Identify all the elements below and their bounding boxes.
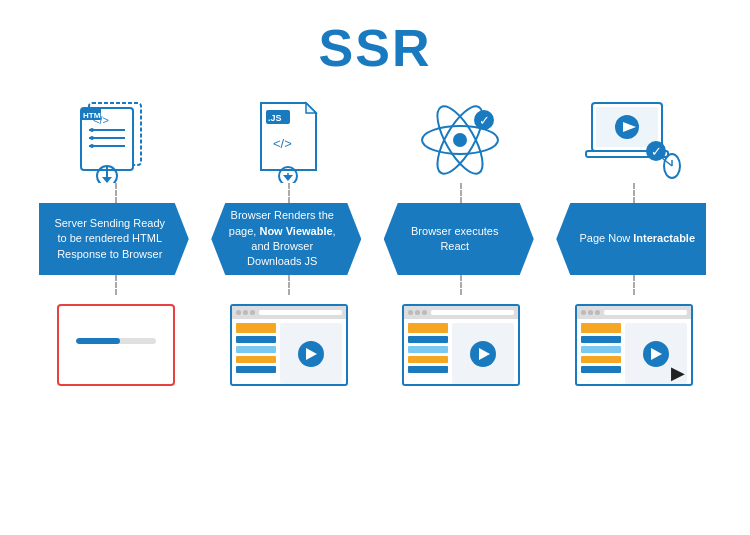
screen-browser4: ▶ (556, 304, 711, 386)
icon-react: ✓ (384, 98, 539, 183)
label2-text: Browser Renders the page, Now Viewable, … (223, 208, 341, 270)
icon-js-file: .JS </> (211, 98, 366, 183)
label-step3: Browser executes React (384, 203, 539, 275)
screen-browser3 (384, 304, 539, 386)
label3-text: Browser executes React (396, 224, 514, 255)
page-title: SSR (0, 0, 750, 78)
cursor-icon: ▶ (671, 364, 685, 382)
screens-row: ▶ (20, 295, 730, 395)
svg-text:</>: </> (273, 136, 292, 151)
labels-row: Server Sending Ready to be rendered HTML… (20, 203, 730, 275)
svg-marker-23 (283, 175, 293, 181)
svg-text:.JS: .JS (268, 113, 282, 123)
diagram-container: HTML </> (0, 78, 750, 395)
icons-row: HTML </> (20, 88, 730, 183)
svg-text:✓: ✓ (479, 113, 490, 128)
svg-point-5 (90, 128, 94, 132)
screen-loading (39, 304, 194, 386)
label-step1: Server Sending Ready to be rendered HTML… (39, 203, 194, 275)
svg-point-9 (90, 144, 94, 148)
svg-marker-16 (306, 103, 316, 113)
svg-text:✓: ✓ (651, 144, 662, 159)
svg-point-27 (453, 133, 467, 147)
page-container: SSR HTML (0, 0, 750, 535)
label-step4: Page Now Interactable (556, 203, 711, 275)
svg-text:</>: </> (93, 114, 109, 126)
screen-browser2 (211, 304, 366, 386)
dashed-arrows-row2 (20, 275, 730, 295)
label-step2: Browser Renders the page, Now Viewable, … (211, 203, 366, 275)
label1-text: Server Sending Ready to be rendered HTML… (51, 216, 169, 262)
label4-text: Page Now Interactable (579, 231, 695, 246)
icon-laptop: ✓ (556, 98, 711, 183)
svg-point-7 (90, 136, 94, 140)
dashed-arrows-row (20, 183, 730, 203)
icon-html-server: HTML </> (39, 98, 194, 183)
